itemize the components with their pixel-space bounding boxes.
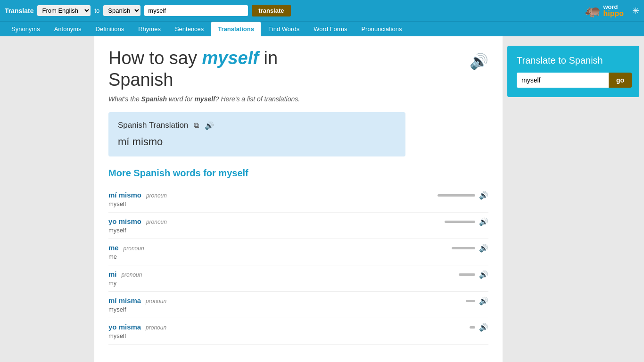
rating-bar xyxy=(438,194,475,197)
header: Translate From English From Spanish From… xyxy=(0,0,644,21)
word-link[interactable]: yo mismo xyxy=(108,217,141,225)
nav-definitions[interactable]: Definitions xyxy=(89,22,131,36)
word-row-left: mí mismo pronoun myself xyxy=(108,191,167,207)
rating-bar xyxy=(459,273,475,276)
title-prefix: How to say xyxy=(108,48,202,68)
word-row-left: mi pronoun my xyxy=(108,270,142,287)
from-language-select[interactable]: From English From Spanish From French xyxy=(37,5,91,16)
word-row-left: me pronoun me xyxy=(108,244,144,260)
rating-bar xyxy=(470,326,475,329)
word-pos: pronoun xyxy=(146,298,166,304)
word-pos: pronoun xyxy=(121,272,142,278)
nav-rhymes[interactable]: Rhymes xyxy=(132,22,167,36)
word-pos: pronoun xyxy=(146,219,167,225)
nav-translations[interactable]: Translations xyxy=(211,22,261,36)
word-sound-button[interactable]: 🔊 xyxy=(479,270,488,279)
word-list: mí mismo pronoun myself 🔊 yo mismo prono… xyxy=(108,186,488,345)
word-link[interactable]: me xyxy=(108,244,119,252)
nav-antonyms[interactable]: Antonyms xyxy=(48,22,88,36)
nav-sentences[interactable]: Sentences xyxy=(168,22,210,36)
search-input[interactable] xyxy=(144,5,248,16)
navigation: Synonyms Antonyms Definitions Rhymes Sen… xyxy=(0,21,644,36)
to-label: to xyxy=(94,7,99,14)
word-row: mi pronoun my 🔊 xyxy=(108,265,488,292)
translate-button[interactable]: translate xyxy=(252,5,290,16)
word-sound-button[interactable]: 🔊 xyxy=(479,191,488,200)
translate-label: Translate xyxy=(5,7,33,15)
rating-bar xyxy=(452,247,475,249)
word-row-right: 🔊 xyxy=(459,270,488,279)
word-meaning: myself xyxy=(108,200,167,207)
more-words-title: More Spanish words for myself xyxy=(108,168,488,179)
word-link[interactable]: mí misma xyxy=(108,296,141,304)
rating-bar xyxy=(445,221,475,223)
word-sound-button[interactable]: 🔊 xyxy=(479,323,488,332)
nav-pronunciations[interactable]: Pronunciations xyxy=(355,22,408,36)
main-container: How to say myself inSpanish 🔊 What's the… xyxy=(0,36,644,362)
word-pos: pronoun xyxy=(124,245,144,252)
nav-find-words[interactable]: Find Words xyxy=(262,22,306,36)
translate-widget: Translate to Spanish go xyxy=(507,46,639,97)
nav-word-forms[interactable]: Word Forms xyxy=(307,22,354,36)
word-row-left: yo misma pronoun myself xyxy=(108,323,166,339)
word-meaning: me xyxy=(108,253,144,260)
word-sound-button[interactable]: 🔊 xyxy=(479,296,488,305)
widget-title: Translate to Spanish xyxy=(517,55,630,66)
word-link[interactable]: yo misma xyxy=(108,323,141,331)
translation-box-title: Spanish Translation xyxy=(118,121,188,130)
title-lang: Spanish xyxy=(108,70,173,90)
star-icon: ✳ xyxy=(632,6,639,16)
widget-input-row: go xyxy=(517,73,630,88)
word-row: mí misma pronoun myself 🔊 xyxy=(108,292,488,318)
title-row: How to say myself inSpanish 🔊 xyxy=(108,48,488,95)
word-sound-button[interactable]: 🔊 xyxy=(479,217,488,226)
site-logo: 🦛 word hippo xyxy=(585,3,624,18)
widget-go-button[interactable]: go xyxy=(609,73,632,88)
word-sound-button[interactable]: 🔊 xyxy=(479,244,488,253)
translation-box-header: Spanish Translation ⧉ 🔊 xyxy=(118,121,396,130)
word-meaning: myself xyxy=(108,227,167,234)
word-meaning: myself xyxy=(108,332,166,339)
word-row-left: mí misma pronoun myself xyxy=(108,296,166,313)
nav-synonyms[interactable]: Synonyms xyxy=(5,22,47,36)
word-row: me pronoun me 🔊 xyxy=(108,239,488,265)
word-row-right: 🔊 xyxy=(452,244,488,253)
word-row-right: 🔊 xyxy=(438,191,488,200)
title-suffix: in xyxy=(259,48,278,68)
left-sidebar xyxy=(0,36,94,362)
sound-button[interactable]: 🔊 xyxy=(205,121,214,130)
word-row: yo misma pronoun myself 🔊 xyxy=(108,318,488,345)
word-meaning: myself xyxy=(108,306,166,313)
word-meaning: my xyxy=(108,280,142,287)
to-language-select[interactable]: Spanish French German Italian xyxy=(103,5,140,16)
word-row-right: 🔊 xyxy=(466,296,488,305)
content-area: How to say myself inSpanish 🔊 What's the… xyxy=(94,36,503,362)
word-row: mí mismo pronoun myself 🔊 xyxy=(108,186,488,213)
word-row-right: 🔊 xyxy=(445,217,488,226)
rating-bar xyxy=(466,300,475,302)
translation-box: Spanish Translation ⧉ 🔊 mí mismo xyxy=(108,112,405,156)
word-row: yo mismo pronoun myself 🔊 xyxy=(108,213,488,239)
right-sidebar: Translate to Spanish go xyxy=(503,36,644,362)
translation-main-word: mí mismo xyxy=(118,136,396,148)
word-row-right: 🔊 xyxy=(470,323,488,332)
word-link[interactable]: mi xyxy=(108,270,117,278)
subtitle: What's the Spanish word for myself? Here… xyxy=(108,95,488,103)
title-sound-button[interactable]: 🔊 xyxy=(470,52,488,70)
copy-button[interactable]: ⧉ xyxy=(194,121,199,130)
word-pos: pronoun xyxy=(146,192,167,199)
word-pos: pronoun xyxy=(146,324,166,331)
page-title: How to say myself inSpanish xyxy=(108,48,278,90)
widget-search-input[interactable] xyxy=(517,73,609,88)
word-link[interactable]: mí mismo xyxy=(108,191,141,199)
word-row-left: yo mismo pronoun myself xyxy=(108,217,167,234)
title-word: myself xyxy=(202,48,259,68)
